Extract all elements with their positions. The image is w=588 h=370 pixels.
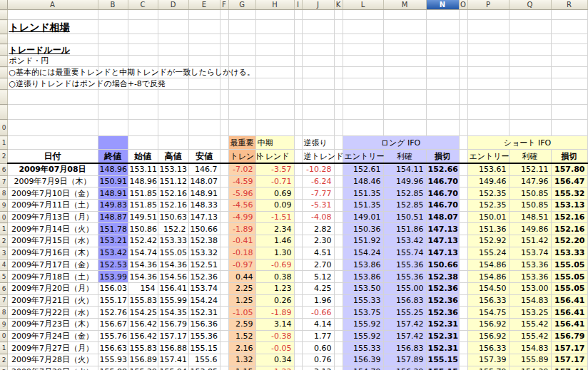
cell-empty[interactable] xyxy=(220,235,228,247)
cell-short-take-profit[interactable]: 153.36 xyxy=(509,271,551,283)
cell-empty[interactable] xyxy=(551,90,587,105)
cell-top-trend[interactable]: -1.89 xyxy=(228,223,255,235)
cell-short-entry[interactable]: 157.39 xyxy=(467,354,509,366)
cell-open[interactable]: 151.85 xyxy=(128,200,158,212)
cell-contrarian[interactable]: 1.96 xyxy=(302,294,334,307)
column-header-E[interactable]: E xyxy=(188,0,220,10)
cell-empty[interactable] xyxy=(334,259,343,271)
row-header[interactable]: 2 xyxy=(0,354,7,366)
cell-date[interactable]: 2009年7月29日（水） xyxy=(7,366,98,370)
cell-long-stop-loss[interactable]: 152.31 xyxy=(426,330,459,342)
cell-date[interactable]: 2009年7月11日（土） xyxy=(7,200,98,212)
cell-long-entry[interactable]: 155.33 xyxy=(343,294,383,307)
cell-date[interactable]: 2009年7月18日（土） xyxy=(7,271,98,283)
cell-empty[interactable] xyxy=(220,34,228,44)
cell-long-stop-loss[interactable]: 152.31 xyxy=(426,342,459,354)
cell-empty[interactable] xyxy=(334,211,343,223)
cell-close[interactable]: 155.76 xyxy=(98,330,128,342)
column-header-O[interactable]: O xyxy=(459,0,467,10)
cell-empty[interactable] xyxy=(294,105,302,120)
cell-long-entry[interactable]: 151.92 xyxy=(343,235,383,247)
cell-empty[interactable] xyxy=(220,330,228,342)
cell-long-stop-loss[interactable]: 147.13 xyxy=(426,223,459,235)
cell-long-take-profit[interactable]: 152.85 xyxy=(383,200,426,212)
cell-empty[interactable] xyxy=(228,20,255,34)
cell-empty[interactable] xyxy=(255,78,294,90)
cell-open[interactable]: 156.89 xyxy=(128,354,158,366)
cell-long-stop-loss[interactable]: 146.70 xyxy=(426,175,459,187)
cell-long-stop-loss[interactable]: 155.15 xyxy=(426,366,459,370)
cell-empty[interactable] xyxy=(551,120,587,136)
cell-short-take-profit[interactable]: 148.51 xyxy=(509,211,551,223)
cell-low[interactable]: 153.85 xyxy=(188,366,220,370)
cell-empty[interactable] xyxy=(294,282,302,294)
cell-empty[interactable] xyxy=(294,136,302,150)
cell-empty[interactable] xyxy=(188,136,220,150)
cell-long-stop-loss[interactable]: 155.15 xyxy=(426,354,459,366)
cell-empty[interactable] xyxy=(509,78,551,90)
cell-empty[interactable] xyxy=(188,56,220,67)
cell-empty[interactable] xyxy=(551,44,587,56)
long-stop-loss-header[interactable]: 損切 xyxy=(426,150,459,164)
cell-short-stop-loss[interactable]: 153.33 xyxy=(551,247,587,259)
cell-close[interactable]: 152.53 xyxy=(98,259,128,271)
cell-contrarian[interactable]: -7.77 xyxy=(302,187,334,200)
cell-empty[interactable] xyxy=(158,136,188,150)
column-header-F[interactable]: F xyxy=(220,0,228,10)
cell-empty[interactable] xyxy=(459,271,467,283)
column-header-C[interactable]: C xyxy=(128,0,158,10)
cell-short-entry[interactable]: 154.86 xyxy=(467,271,509,283)
cell-empty[interactable] xyxy=(334,136,343,150)
cell-high[interactable]: 153.13 xyxy=(158,163,188,175)
cell-close[interactable]: 151.78 xyxy=(98,223,128,235)
cell-empty[interactable] xyxy=(294,354,302,366)
cell-low[interactable]: 148.91 xyxy=(188,187,220,200)
row-header[interactable] xyxy=(0,34,7,44)
cell-empty[interactable] xyxy=(220,271,228,283)
row-header[interactable]: 0 xyxy=(0,330,7,342)
cell-empty[interactable] xyxy=(294,247,302,259)
cell-empty[interactable] xyxy=(7,105,98,120)
cell-empty[interactable] xyxy=(334,223,343,235)
cell-close[interactable]: 156.03 xyxy=(98,282,128,294)
cell-empty[interactable] xyxy=(334,307,343,319)
cell-empty[interactable] xyxy=(467,44,509,56)
cell-empty[interactable] xyxy=(459,163,467,175)
cell-close[interactable]: 156.67 xyxy=(98,318,128,330)
cell-date[interactable]: 2009年7月27日（月） xyxy=(7,342,98,354)
cell-empty[interactable] xyxy=(509,44,551,56)
cell-empty[interactable] xyxy=(98,34,128,44)
cell-long-entry[interactable]: 153.75 xyxy=(343,307,383,319)
cell-empty[interactable] xyxy=(7,90,98,105)
cell-contrarian[interactable]: -5.31 xyxy=(302,200,334,212)
cell-empty[interactable] xyxy=(459,44,467,56)
cell-empty[interactable] xyxy=(334,271,343,283)
cell-empty[interactable] xyxy=(509,34,551,44)
cell-date[interactable]: 2009年7月20日（月） xyxy=(7,282,98,294)
cell-empty[interactable] xyxy=(467,78,509,90)
close-column-header[interactable]: 終値 xyxy=(98,150,128,164)
cell-short-stop-loss[interactable]: 157.41 xyxy=(551,366,587,370)
cell-long-stop-loss[interactable]: 152.38 xyxy=(426,271,459,283)
column-header-Q[interactable]: Q xyxy=(509,0,551,10)
cell-long-entry[interactable]: 156.39 xyxy=(343,354,383,366)
cell-mid-trend[interactable]: -0.05 xyxy=(255,342,294,354)
cell-empty[interactable] xyxy=(220,282,228,294)
cell-close[interactable]: 153.42 xyxy=(98,247,128,259)
cell-short-entry[interactable]: 155.79 xyxy=(467,366,509,370)
row-header[interactable]: 9 xyxy=(0,200,7,212)
cell-mid-trend[interactable]: -1.22 xyxy=(255,366,294,370)
cell-empty[interactable] xyxy=(255,120,294,136)
cell-date[interactable]: 2009年7月14日（火） xyxy=(7,223,98,235)
cell-long-stop-loss[interactable]: 152.66 xyxy=(426,163,459,175)
cell-top-trend[interactable]: -4.99 xyxy=(228,211,255,223)
cell-long-entry[interactable]: 153.86 xyxy=(343,271,383,283)
cell-date[interactable]: 2009年7月10日（金） xyxy=(7,187,98,200)
cell-short-take-profit[interactable]: 150.85 xyxy=(509,200,551,212)
cell-empty[interactable] xyxy=(334,330,343,342)
cell-empty[interactable] xyxy=(383,105,426,120)
cell-short-stop-loss[interactable]: 155.05 xyxy=(551,259,587,271)
cell-top-trend[interactable]: -0.18 xyxy=(228,247,255,259)
cell-empty[interactable] xyxy=(188,90,220,105)
cell-high[interactable]: 156.88 xyxy=(158,342,188,354)
